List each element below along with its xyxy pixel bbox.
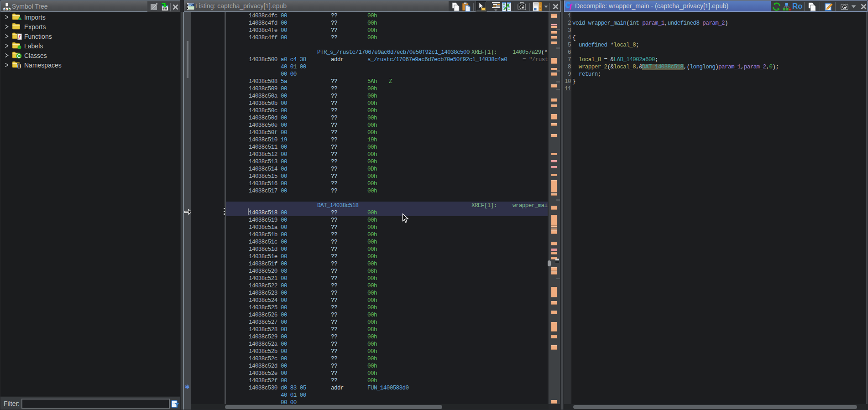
svg-text:{: {	[17, 63, 19, 68]
svg-text:}: }	[19, 63, 21, 68]
svg-text:C: C	[17, 53, 21, 59]
